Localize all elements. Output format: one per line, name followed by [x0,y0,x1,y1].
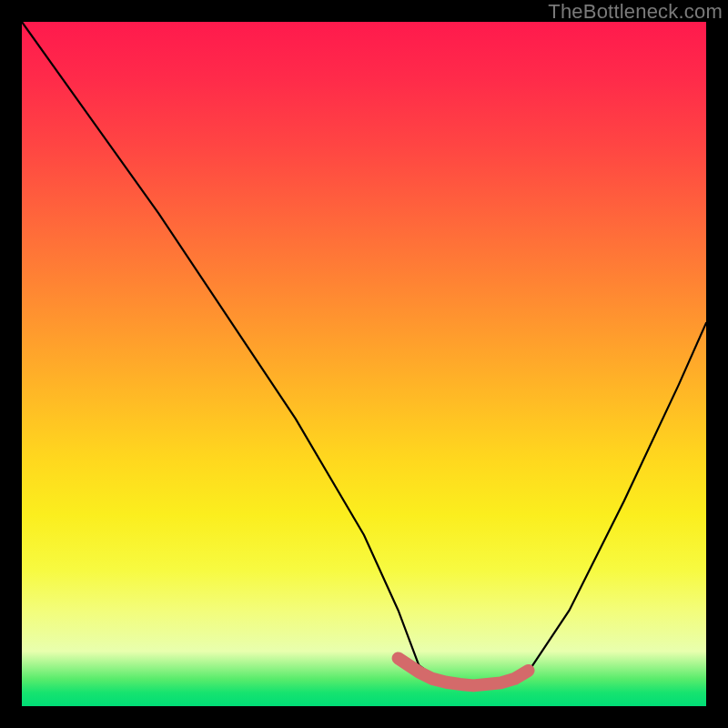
chart-plot-area [22,22,706,706]
watermark-text: TheBottleneck.com [548,0,723,24]
chart-svg [22,22,706,706]
bottleneck-curve [22,22,706,685]
chart-frame: TheBottleneck.com [0,0,728,728]
